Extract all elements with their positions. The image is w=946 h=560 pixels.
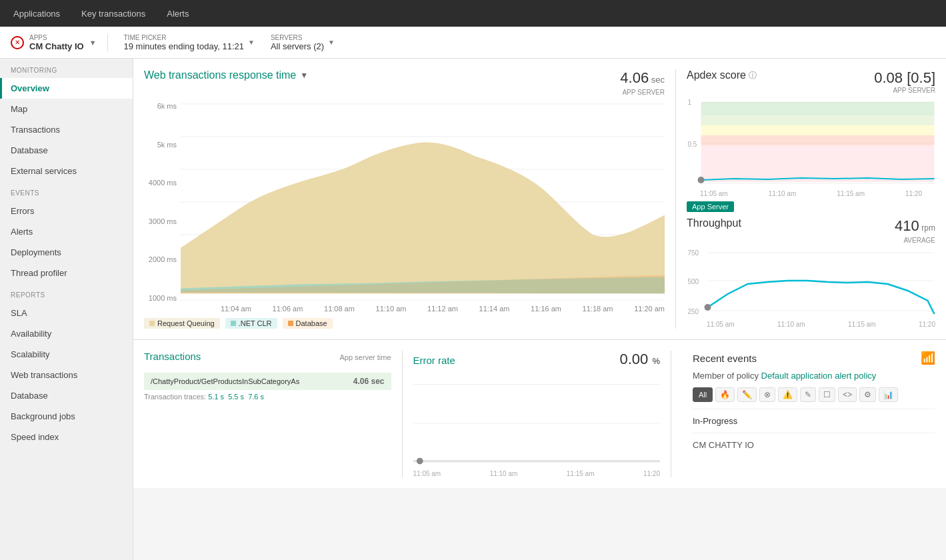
sidebar-item-sla[interactable]: SLA [0, 303, 133, 323]
transactions-title: Transactions [144, 351, 201, 362]
time-picker-value: 19 minutes ending today, 11:21 [124, 41, 244, 51]
app-name: CM Chatty IO [29, 41, 84, 51]
filter-warning-button[interactable]: ⚠️ [778, 387, 797, 402]
svg-rect-14 [701, 125, 935, 135]
transaction-row[interactable]: /ChattyProduct/GetProductsInSubCategoryA… [144, 373, 391, 390]
nav-applications[interactable]: Applications [11, 9, 63, 19]
throughput-x-labels: 11:05 am 11:10 am 11:15 am 11:20 [687, 321, 935, 328]
apdex-x-labels: 11:05 am 11:10 am 11:15 am 11:20 [687, 190, 935, 201]
sidebar-item-availability[interactable]: Availability [0, 323, 133, 344]
filter-edit-button[interactable]: ✏️ [737, 387, 757, 402]
legend-database[interactable]: Database [283, 318, 333, 329]
error-rate-chart-svg [413, 377, 661, 470]
error-rate-x-labels: 11:05 am 11:10 am 11:15 am 11:20 [413, 470, 661, 477]
apdex-title: Apdex score ⓘ [687, 69, 757, 81]
sidebar-item-scalability[interactable]: Scalability [0, 344, 133, 365]
divider-2 [693, 433, 935, 433]
error-rate-panel: Error rate 0.00 % 11:05 am 11: [413, 351, 672, 477]
svg-rect-16 [701, 145, 935, 182]
sidebar-item-errors[interactable]: Errors [0, 201, 133, 221]
events-filter-bar: All 🔥 ✏️ ⊗ ⚠️ ✎ ☐ <> ⚙ 📊 [693, 387, 935, 402]
sidebar-item-database-reports[interactable]: Database [0, 385, 133, 406]
sidebar-item-speed-index[interactable]: Speed index [0, 427, 133, 447]
throughput-title: Throughput [687, 217, 741, 229]
chart-legend: Request Queuing .NET CLR Database [144, 318, 665, 329]
filter-chart-button[interactable]: 📊 [879, 387, 898, 402]
filter-screen-button[interactable]: ☐ [819, 387, 835, 402]
trace-link-2[interactable]: 5.5 s [228, 393, 244, 401]
legend-net-clr[interactable]: .NET CLR [225, 318, 277, 329]
apdex-label: APP SERVER [874, 87, 935, 94]
servers-value: All servers (2) [271, 41, 324, 51]
filter-code-button[interactable]: <> [838, 387, 857, 402]
time-picker-label: TIME PICKER [124, 34, 244, 41]
chart-stat-value: 4.06 [620, 69, 649, 86]
sidebar-item-external-services[interactable]: External services [0, 161, 133, 181]
filter-gear-button[interactable]: ⚙ [859, 387, 876, 402]
sidebar-item-background-jobs[interactable]: Background jobs [0, 406, 133, 427]
policy-member-text: Member of policy [693, 371, 759, 381]
transactions-panel: Transactions App server time /ChattyProd… [144, 351, 403, 477]
app-selector[interactable]: ✕ APPS CM Chatty IO ▼ [11, 34, 108, 51]
sub-header: ✕ APPS CM Chatty IO ▼ TIME PICKER 19 min… [0, 27, 946, 59]
svg-point-24 [705, 304, 711, 311]
sidebar-item-deployments[interactable]: Deployments [0, 242, 133, 263]
error-rate-title: Error rate [413, 355, 455, 366]
error-rate-header: Error rate 0.00 % [413, 351, 661, 371]
transaction-name: /ChattyProduct/GetProductsInSubCategoryA… [151, 377, 299, 385]
nav-alerts[interactable]: Alerts [164, 9, 191, 19]
x-axis-labels: 11:04 am 11:06 am 11:08 am 11:10 am 11:1… [181, 305, 665, 313]
svg-text:750: 750 [688, 249, 699, 257]
throughput-section: Throughput 410 rpm AVERAGE 750 500 [687, 217, 935, 328]
transactions-header: Transactions App server time [144, 351, 391, 367]
cm-chatty-label: CM CHATTY IO [693, 440, 935, 450]
svg-point-29 [416, 458, 423, 465]
y-axis-labels: 6k ms 5k ms 4000 ms 3000 ms 2000 ms 1000… [144, 102, 181, 302]
sidebar-item-thread-profiler[interactable]: Thread profiler [0, 263, 133, 283]
sidebar-item-database[interactable]: Database [0, 140, 133, 161]
time-picker[interactable]: TIME PICKER 19 minutes ending today, 11:… [124, 34, 255, 51]
servers-picker[interactable]: SERVERS All servers (2) ▼ [271, 34, 335, 51]
sidebar-item-transactions[interactable]: Transactions [0, 119, 133, 140]
bottom-area: Transactions App server time /ChattyProd… [133, 340, 946, 488]
apdex-value: 0.08 [0.5] [874, 69, 935, 87]
apdex-info-icon[interactable]: ⓘ [749, 70, 757, 81]
throughput-chart-svg: 750 500 250 [687, 247, 935, 321]
trace-link-3[interactable]: 7.6 s [248, 393, 264, 401]
apdex-section: Apdex score ⓘ 0.08 [0.5] APP SERVER 1 [687, 69, 935, 217]
svg-text:1: 1 [688, 99, 692, 106]
filter-fire-button[interactable]: 🔥 [715, 387, 735, 402]
filter-all-button[interactable]: All [693, 387, 713, 402]
reports-label: REPORTS [0, 283, 133, 303]
sidebar-item-web-transactions[interactable]: Web transactions [0, 365, 133, 385]
chart-title-chevron[interactable]: ▼ [300, 71, 308, 80]
chart-stat-unit: sec [651, 75, 665, 85]
trace-link-1[interactable]: 5.1 s [208, 393, 224, 401]
apdex-chart-svg: 1 0.5 [687, 97, 935, 190]
sidebar-item-alerts[interactable]: Alerts [0, 221, 133, 242]
legend-dot-database [288, 321, 293, 326]
transaction-traces: Transaction traces: 5.1 s 5.5 s 7.6 s [144, 393, 391, 401]
policy-link[interactable]: Default application alert policy [761, 371, 877, 381]
legend-request-queuing[interactable]: Request Queuing [144, 318, 220, 329]
svg-rect-15 [701, 135, 935, 145]
chart-stat-label: APP SERVER [622, 89, 665, 96]
transaction-time: 4.06 sec [353, 377, 385, 386]
main-layout: MONITORING Overview Map Transactions Dat… [0, 59, 946, 560]
app-server-badge[interactable]: App Server [687, 201, 734, 212]
sidebar-item-map[interactable]: Map [0, 99, 133, 119]
svg-text:500: 500 [688, 278, 699, 285]
filter-note-button[interactable]: ✎ [800, 387, 816, 402]
time-picker-arrow: ▼ [248, 39, 255, 46]
filter-cancel-button[interactable]: ⊗ [759, 387, 775, 402]
throughput-value: 410 [895, 217, 919, 234]
svg-rect-13 [701, 115, 935, 125]
recent-events-panel: Recent events 📶 Member of policy Default… [682, 351, 935, 477]
divider-1 [693, 409, 935, 409]
legend-dot-net-clr [231, 321, 236, 326]
sidebar: MONITORING Overview Map Transactions Dat… [0, 59, 133, 560]
throughput-unit: rpm [921, 223, 935, 233]
events-label: EVENTS [0, 181, 133, 201]
nav-key-transactions[interactable]: Key transactions [79, 9, 148, 19]
sidebar-item-overview[interactable]: Overview [0, 78, 133, 99]
